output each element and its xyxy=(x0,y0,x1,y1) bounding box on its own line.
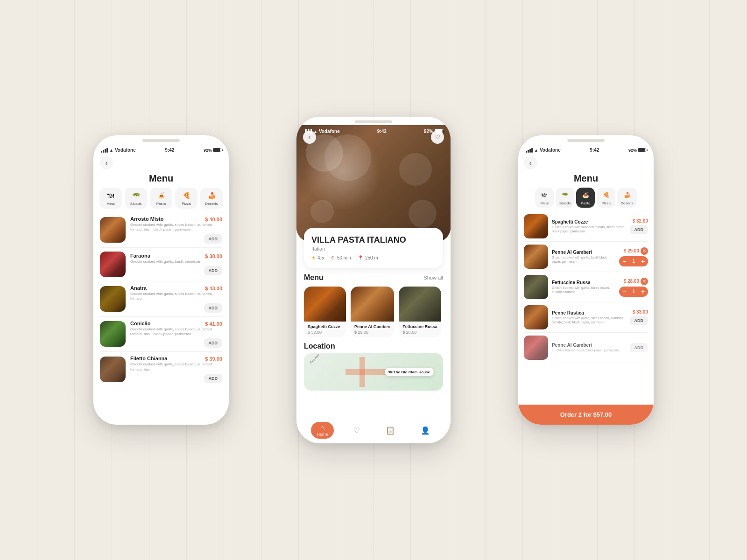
right-menu-item-2: Fettuccine Russa Gnochi cooked with garl… xyxy=(524,272,648,302)
right-signal-bar-3 xyxy=(529,149,531,153)
right-battery-icon xyxy=(638,148,646,152)
right-item-3-name: Penne Rustica xyxy=(552,310,626,315)
center-hero: ▐▐▐ ▲ Vodafone 9:42 92% ‹ ♡ xyxy=(296,125,451,242)
right-item-1-qty-control: − 1 + xyxy=(619,256,648,266)
right-item-2-name: Fettuccine Russa xyxy=(552,280,615,285)
right-tab-pizza[interactable]: 🍕 Pizza xyxy=(597,188,615,208)
left-item-0-add-button[interactable]: ADD xyxy=(204,234,223,244)
left-back-button[interactable]: ‹ xyxy=(100,156,113,169)
hero-plate-2 xyxy=(399,153,432,186)
center-home-icon: ⌂ xyxy=(320,424,325,432)
left-item-4-add-button[interactable]: ADD xyxy=(204,374,223,383)
left-deserts-label: Deserts xyxy=(205,202,218,206)
center-menu-card-0[interactable]: Spaghetti Cozze $ 32.00 xyxy=(304,287,346,337)
left-battery-pct: 92% xyxy=(204,148,212,153)
center-nav-home[interactable]: ⌂ Home xyxy=(311,422,333,439)
right-item-2-decrease-button[interactable]: − xyxy=(619,287,629,297)
right-signal xyxy=(526,148,533,153)
right-pasta-label: Pasta xyxy=(581,201,590,205)
left-tab-meal[interactable]: 🍽 Meal xyxy=(99,188,122,209)
left-pizza-icon: 🍕 xyxy=(181,190,191,201)
right-item-2-increase-button[interactable]: + xyxy=(638,287,648,297)
right-item-1-price-action: $ 29.00 ✕ − 1 + xyxy=(619,247,648,266)
center-menu-card-2[interactable]: Fettuccine Russa $ 28.00 xyxy=(399,287,441,337)
center-show-all-button[interactable]: Show all xyxy=(423,275,443,280)
left-tab-deserts[interactable]: 🍰 Deserts xyxy=(200,188,223,209)
center-nav-orders[interactable]: 📋 xyxy=(380,424,401,437)
left-tab-salads[interactable]: 🥗 Salads xyxy=(125,188,147,209)
right-item-1-remove-button[interactable]: ✕ xyxy=(641,247,648,255)
center-restaurant-name: VILLA PASTA ITALIANO xyxy=(311,235,436,245)
right-tab-meal[interactable]: 🍽 Meal xyxy=(535,188,554,208)
right-item-3-add-button[interactable]: ADD xyxy=(630,316,648,325)
left-time: 9:42 xyxy=(165,147,174,153)
right-item-0-price: $ 32.00 xyxy=(633,218,648,224)
center-profile-icon: 👤 xyxy=(421,426,430,435)
left-battery: 92% xyxy=(204,148,221,153)
center-nav-favorites[interactable]: ♡ xyxy=(348,424,366,437)
right-order-bar-text: Order 2 for $57.00 xyxy=(560,411,612,418)
center-distance-value: 250 m xyxy=(365,255,378,260)
phones-container: ▲ Vodafone 9:42 92% ‹ Menu 🍽 Meal xyxy=(0,0,747,560)
right-deserts-icon: 🍰 xyxy=(622,190,632,200)
left-item-3-price: $ 41.00 xyxy=(205,321,222,327)
right-item-4-price-action: ADD xyxy=(630,343,648,352)
center-location-icon: 📍 xyxy=(358,255,363,260)
center-star-icon: ★ xyxy=(311,255,316,260)
right-order-bar[interactable]: Order 2 for $57.00 xyxy=(518,405,654,425)
left-item-0-desc: Gnochi cooked with garlic, slices bacon,… xyxy=(130,223,222,232)
right-meal-icon: 🍽 xyxy=(539,190,550,200)
right-phone-notch xyxy=(567,139,605,142)
right-item-2-top-row: $ 28.00 ✕ xyxy=(624,278,648,285)
left-item-2-info: Anatra $ 43.00 Gnochi cooked with garlic… xyxy=(130,285,222,313)
signal-bar-1 xyxy=(101,151,102,153)
left-pasta-icon: 🍝 xyxy=(156,190,166,201)
right-tab-deserts[interactable]: 🍰 Deserts xyxy=(617,188,637,208)
hero-plate-3 xyxy=(310,200,334,223)
center-map-pin: 🍽 The Old Clam House xyxy=(385,368,434,376)
right-item-1-decrease-button[interactable]: − xyxy=(619,256,629,266)
left-deserts-icon: 🍰 xyxy=(206,190,217,201)
right-tab-pasta[interactable]: 🍝 Pasta xyxy=(576,188,595,208)
left-tab-pasta[interactable]: 🍝 Pasta xyxy=(150,188,172,209)
right-item-0-desc: Gnochi cooked with sundried tomato, slic… xyxy=(552,225,626,233)
center-menu-title: Menu xyxy=(304,273,324,282)
right-item-2-price-action: $ 28.00 ✕ − 1 + xyxy=(619,278,648,297)
right-battery: 92% xyxy=(628,148,646,153)
signal-bar-2 xyxy=(103,150,104,153)
right-item-0-info: Spaghetti Cozze Gnochi cooked with sundr… xyxy=(552,219,626,233)
right-item-4-desc: sundried tomato, basil, black paper, par… xyxy=(552,348,626,352)
right-back-button[interactable]: ‹ xyxy=(524,156,537,169)
right-item-1-increase-button[interactable]: + xyxy=(638,256,648,266)
center-nav-profile[interactable]: 👤 xyxy=(415,424,436,437)
right-phone: ▲ Vodafone 9:42 92% ‹ Menu 🍽 Meal xyxy=(518,135,654,425)
left-tab-pizza[interactable]: 🍕 Pizza xyxy=(175,188,197,209)
right-item-4-add-button[interactable]: ADD xyxy=(630,343,648,352)
left-phone: ▲ Vodafone 9:42 92% ‹ Menu 🍽 Meal xyxy=(93,135,229,425)
right-tab-salads[interactable]: 🥗 Salads xyxy=(556,188,574,208)
right-item-4-image xyxy=(524,336,548,360)
left-item-3-add-button[interactable]: ADD xyxy=(204,338,223,348)
center-favorite-button[interactable]: ♡ xyxy=(431,131,444,144)
right-page-header: ‹ xyxy=(524,156,648,169)
left-menu-item-2: Anatra $ 43.00 Gnochi cooked with garlic… xyxy=(100,281,222,317)
left-status-bar: ▲ Vodafone 9:42 92% xyxy=(93,144,229,154)
left-salads-label: Salads xyxy=(130,202,141,206)
right-item-2-remove-button[interactable]: ✕ xyxy=(641,278,648,285)
left-item-4-desc: Gnochi cooked with garlic, slices bacon,… xyxy=(130,362,222,372)
right-menu-item-4: Penne Al Gamberi sundried tomato, basil,… xyxy=(524,333,648,363)
left-item-1-add-button[interactable]: ADD xyxy=(204,266,223,275)
right-item-3-image xyxy=(524,305,548,329)
right-item-3-info: Penne Rustica Gnochi cooked with garlic,… xyxy=(552,310,626,324)
right-category-tabs: 🍽 Meal 🥗 Salads 🍝 Pasta 🍕 Pizza 🍰 xyxy=(524,188,648,208)
right-item-2-desc: Gnochi cooked with garlic, slices bacon,… xyxy=(552,286,615,294)
right-phone-body: ‹ Menu 🍽 Meal 🥗 Salads 🍝 Pasta 🍕 xyxy=(518,156,654,363)
right-item-4-name: Penne Al Gamberi xyxy=(552,343,626,348)
right-item-0-add-button[interactable]: ADD xyxy=(630,225,648,234)
right-battery-pct: 92% xyxy=(628,148,637,153)
center-menu-card-1[interactable]: Penne Al Gamberi $ 29.00 xyxy=(351,287,394,337)
left-item-2-add-button[interactable]: ADD xyxy=(204,303,223,313)
center-back-button[interactable]: ‹ xyxy=(303,131,316,144)
right-page-title: Menu xyxy=(524,173,648,184)
right-wifi-icon: ▲ xyxy=(534,148,538,153)
